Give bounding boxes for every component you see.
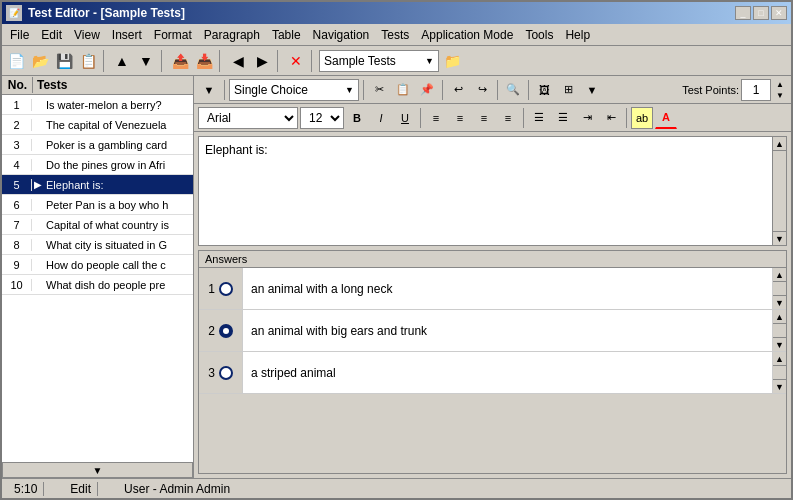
forward-button[interactable]: ▶ — [251, 50, 273, 72]
answer-radio[interactable] — [219, 366, 233, 380]
align-justify-button[interactable]: ≡ — [497, 107, 519, 129]
answer-radio[interactable] — [219, 324, 233, 338]
font-color-button[interactable]: A — [655, 107, 677, 129]
choice-menu-btn[interactable]: ▼ — [198, 79, 220, 101]
test-list-row[interactable]: 10 What dish do people pre — [2, 275, 193, 295]
answer-scroll-down[interactable]: ▼ — [773, 379, 786, 393]
answer-scroll-up[interactable]: ▲ — [773, 268, 786, 282]
answer-text: an animal with a long neck — [243, 268, 772, 309]
outdent-button[interactable]: ⇤ — [600, 107, 622, 129]
points-down-btn[interactable]: ▼ — [773, 90, 787, 101]
row-text: Peter Pan is a boy who h — [44, 199, 193, 211]
menu-edit[interactable]: Edit — [35, 26, 68, 44]
minimize-button[interactable]: _ — [735, 6, 751, 20]
menu-app-mode[interactable]: Application Mode — [415, 26, 519, 44]
test-points-input[interactable]: 1 — [741, 79, 771, 101]
align-right-button[interactable]: ≡ — [473, 107, 495, 129]
ordered-list-button[interactable]: ☰ — [552, 107, 574, 129]
answer-scroll-down[interactable]: ▼ — [773, 337, 786, 351]
back-button[interactable]: ◀ — [227, 50, 249, 72]
close-button[interactable]: ✕ — [771, 6, 787, 20]
menu-insert[interactable]: Insert — [106, 26, 148, 44]
copy-button[interactable]: 📋 — [392, 79, 414, 101]
menu-paragraph[interactable]: Paragraph — [198, 26, 266, 44]
answer-row: 1 an animal with a long neck ▲ ▼ — [199, 268, 786, 310]
font-size-dropdown[interactable]: 12 — [300, 107, 344, 129]
highlight-button[interactable]: ab — [631, 107, 653, 129]
test-list-row[interactable]: 5 ▶ Elephant is: — [2, 175, 193, 195]
row-number: 7 — [2, 219, 32, 231]
et-sep-2 — [363, 80, 364, 100]
align-center-button[interactable]: ≡ — [449, 107, 471, 129]
test-list-row[interactable]: 7 Capital of what country is — [2, 215, 193, 235]
window-title: Test Editor - [Sample Tests] — [28, 6, 185, 20]
indent-button[interactable]: ⇥ — [576, 107, 598, 129]
test-list-row[interactable]: 4 Do the pines grow in Afri — [2, 155, 193, 175]
list-scroll-down[interactable]: ▼ — [2, 462, 193, 478]
menu-format[interactable]: Format — [148, 26, 198, 44]
image-button[interactable]: 🖼 — [533, 79, 555, 101]
row-text: Capital of what country is — [44, 219, 193, 231]
answer-scroll-down[interactable]: ▼ — [773, 295, 786, 309]
et-sep-3 — [442, 80, 443, 100]
export-button[interactable]: 📤 — [169, 50, 191, 72]
new-button[interactable]: 📄 — [5, 50, 27, 72]
test-list-row[interactable]: 6 Peter Pan is a boy who h — [2, 195, 193, 215]
separator-4 — [277, 50, 281, 72]
et-sep-5 — [528, 80, 529, 100]
test-list-row[interactable]: 1 Is water-melon a berry? — [2, 95, 193, 115]
menu-tools[interactable]: Tools — [519, 26, 559, 44]
points-up-btn[interactable]: ▲ — [773, 79, 787, 90]
table-button[interactable]: ⊞ — [557, 79, 579, 101]
menu-tests[interactable]: Tests — [375, 26, 415, 44]
q-scroll-up-btn[interactable]: ▲ — [773, 137, 786, 151]
toolbar-row-1: 📄 📂 💾 📋 ▲ ▼ 📤 📥 ◀ ▶ ✕ Sample Tests ▼ 📁 — [2, 46, 791, 76]
menu-file[interactable]: File — [4, 26, 35, 44]
test-list-row[interactable]: 3 Poker is a gambling card — [2, 135, 193, 155]
answer-text: a striped animal — [243, 352, 772, 393]
move-down-button[interactable]: ▼ — [135, 50, 157, 72]
test-list-row[interactable]: 2 The capital of Venezuela — [2, 115, 193, 135]
maximize-button[interactable]: □ — [753, 6, 769, 20]
save-all-button[interactable]: 📋 — [77, 50, 99, 72]
row-text: Do the pines grow in Afri — [44, 159, 193, 171]
answer-scroll-up[interactable]: ▲ — [773, 352, 786, 366]
table-dropdown-btn[interactable]: ▼ — [581, 79, 603, 101]
bold-button[interactable]: B — [346, 107, 368, 129]
font-dropdown[interactable]: Arial — [198, 107, 298, 129]
status-mode: Edit — [64, 482, 98, 496]
window-controls: _ □ ✕ — [735, 6, 787, 20]
tests-dropdown[interactable]: Sample Tests ▼ — [319, 50, 439, 72]
paste-button[interactable]: 📌 — [416, 79, 438, 101]
answer-radio[interactable] — [219, 282, 233, 296]
answer-number: 1 — [208, 282, 215, 296]
test-list-body[interactable]: 1 Is water-melon a berry? 2 The capital … — [2, 95, 193, 462]
align-left-button[interactable]: ≡ — [425, 107, 447, 129]
undo-button[interactable]: ↩ — [447, 79, 469, 101]
menu-view[interactable]: View — [68, 26, 106, 44]
unordered-list-button[interactable]: ☰ — [528, 107, 550, 129]
test-list-row[interactable]: 9 How do people call the c — [2, 255, 193, 275]
row-number: 2 — [2, 119, 32, 131]
answer-scroll-up[interactable]: ▲ — [773, 310, 786, 324]
menu-help[interactable]: Help — [559, 26, 596, 44]
question-area[interactable]: Elephant is: ▲ ▼ — [198, 136, 787, 246]
find-button[interactable]: 🔍 — [502, 79, 524, 101]
main-window: 📝 Test Editor - [Sample Tests] _ □ ✕ Fil… — [0, 0, 793, 500]
move-up-button[interactable]: ▲ — [111, 50, 133, 72]
q-scroll-down-btn[interactable]: ▼ — [773, 231, 786, 245]
menu-navigation[interactable]: Navigation — [307, 26, 376, 44]
italic-button[interactable]: I — [370, 107, 392, 129]
stop-button[interactable]: ✕ — [285, 50, 307, 72]
open-button[interactable]: 📂 — [29, 50, 51, 72]
redo-button[interactable]: ↪ — [471, 79, 493, 101]
import-button[interactable]: 📥 — [193, 50, 215, 72]
underline-button[interactable]: U — [394, 107, 416, 129]
save-button[interactable]: 💾 — [53, 50, 75, 72]
menu-table[interactable]: Table — [266, 26, 307, 44]
points-area: Test Points: 1 ▲ ▼ — [682, 79, 787, 101]
test-list-row[interactable]: 8 What city is situated in G — [2, 235, 193, 255]
cut-button[interactable]: ✂ — [368, 79, 390, 101]
folder-button[interactable]: 📁 — [441, 50, 463, 72]
choice-type-dropdown[interactable]: Single Choice ▼ — [229, 79, 359, 101]
